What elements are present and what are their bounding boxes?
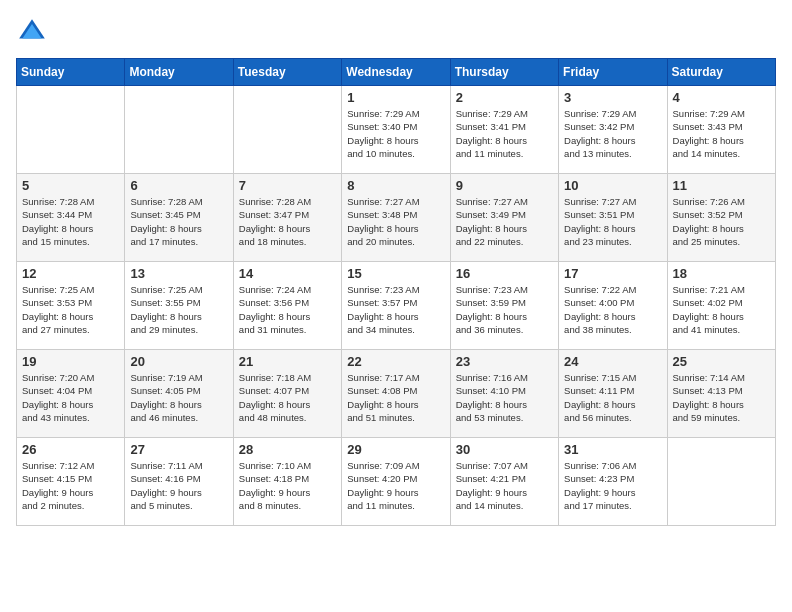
calendar-cell: 12Sunrise: 7:25 AM Sunset: 3:53 PM Dayli… bbox=[17, 262, 125, 350]
calendar-cell: 23Sunrise: 7:16 AM Sunset: 4:10 PM Dayli… bbox=[450, 350, 558, 438]
day-number: 16 bbox=[456, 266, 553, 281]
day-number: 19 bbox=[22, 354, 119, 369]
day-detail: Sunrise: 7:15 AM Sunset: 4:11 PM Dayligh… bbox=[564, 371, 661, 424]
day-detail: Sunrise: 7:12 AM Sunset: 4:15 PM Dayligh… bbox=[22, 459, 119, 512]
calendar-cell: 14Sunrise: 7:24 AM Sunset: 3:56 PM Dayli… bbox=[233, 262, 341, 350]
week-row-4: 19Sunrise: 7:20 AM Sunset: 4:04 PM Dayli… bbox=[17, 350, 776, 438]
weekday-header-friday: Friday bbox=[559, 59, 667, 86]
day-number: 8 bbox=[347, 178, 444, 193]
calendar-cell: 22Sunrise: 7:17 AM Sunset: 4:08 PM Dayli… bbox=[342, 350, 450, 438]
weekday-header-row: SundayMondayTuesdayWednesdayThursdayFrid… bbox=[17, 59, 776, 86]
day-detail: Sunrise: 7:18 AM Sunset: 4:07 PM Dayligh… bbox=[239, 371, 336, 424]
day-number: 15 bbox=[347, 266, 444, 281]
day-detail: Sunrise: 7:22 AM Sunset: 4:00 PM Dayligh… bbox=[564, 283, 661, 336]
day-number: 2 bbox=[456, 90, 553, 105]
weekday-header-monday: Monday bbox=[125, 59, 233, 86]
calendar-cell: 9Sunrise: 7:27 AM Sunset: 3:49 PM Daylig… bbox=[450, 174, 558, 262]
weekday-header-wednesday: Wednesday bbox=[342, 59, 450, 86]
day-number: 23 bbox=[456, 354, 553, 369]
day-number: 29 bbox=[347, 442, 444, 457]
day-detail: Sunrise: 7:29 AM Sunset: 3:42 PM Dayligh… bbox=[564, 107, 661, 160]
week-row-5: 26Sunrise: 7:12 AM Sunset: 4:15 PM Dayli… bbox=[17, 438, 776, 526]
weekday-header-thursday: Thursday bbox=[450, 59, 558, 86]
day-detail: Sunrise: 7:29 AM Sunset: 3:43 PM Dayligh… bbox=[673, 107, 770, 160]
day-number: 1 bbox=[347, 90, 444, 105]
weekday-header-saturday: Saturday bbox=[667, 59, 775, 86]
calendar-cell: 10Sunrise: 7:27 AM Sunset: 3:51 PM Dayli… bbox=[559, 174, 667, 262]
calendar-cell: 6Sunrise: 7:28 AM Sunset: 3:45 PM Daylig… bbox=[125, 174, 233, 262]
day-detail: Sunrise: 7:20 AM Sunset: 4:04 PM Dayligh… bbox=[22, 371, 119, 424]
week-row-1: 1Sunrise: 7:29 AM Sunset: 3:40 PM Daylig… bbox=[17, 86, 776, 174]
calendar-cell bbox=[17, 86, 125, 174]
calendar-cell: 28Sunrise: 7:10 AM Sunset: 4:18 PM Dayli… bbox=[233, 438, 341, 526]
calendar-cell: 19Sunrise: 7:20 AM Sunset: 4:04 PM Dayli… bbox=[17, 350, 125, 438]
day-number: 14 bbox=[239, 266, 336, 281]
calendar-cell: 24Sunrise: 7:15 AM Sunset: 4:11 PM Dayli… bbox=[559, 350, 667, 438]
calendar-cell: 20Sunrise: 7:19 AM Sunset: 4:05 PM Dayli… bbox=[125, 350, 233, 438]
calendar-cell: 26Sunrise: 7:12 AM Sunset: 4:15 PM Dayli… bbox=[17, 438, 125, 526]
day-detail: Sunrise: 7:11 AM Sunset: 4:16 PM Dayligh… bbox=[130, 459, 227, 512]
day-number: 21 bbox=[239, 354, 336, 369]
calendar-cell: 4Sunrise: 7:29 AM Sunset: 3:43 PM Daylig… bbox=[667, 86, 775, 174]
calendar-cell: 17Sunrise: 7:22 AM Sunset: 4:00 PM Dayli… bbox=[559, 262, 667, 350]
day-detail: Sunrise: 7:10 AM Sunset: 4:18 PM Dayligh… bbox=[239, 459, 336, 512]
day-number: 27 bbox=[130, 442, 227, 457]
calendar-cell: 3Sunrise: 7:29 AM Sunset: 3:42 PM Daylig… bbox=[559, 86, 667, 174]
calendar-cell: 7Sunrise: 7:28 AM Sunset: 3:47 PM Daylig… bbox=[233, 174, 341, 262]
day-detail: Sunrise: 7:14 AM Sunset: 4:13 PM Dayligh… bbox=[673, 371, 770, 424]
calendar-cell: 2Sunrise: 7:29 AM Sunset: 3:41 PM Daylig… bbox=[450, 86, 558, 174]
day-number: 26 bbox=[22, 442, 119, 457]
calendar-cell: 25Sunrise: 7:14 AM Sunset: 4:13 PM Dayli… bbox=[667, 350, 775, 438]
day-detail: Sunrise: 7:28 AM Sunset: 3:44 PM Dayligh… bbox=[22, 195, 119, 248]
day-number: 13 bbox=[130, 266, 227, 281]
weekday-header-sunday: Sunday bbox=[17, 59, 125, 86]
day-number: 3 bbox=[564, 90, 661, 105]
calendar-cell: 1Sunrise: 7:29 AM Sunset: 3:40 PM Daylig… bbox=[342, 86, 450, 174]
day-detail: Sunrise: 7:23 AM Sunset: 3:59 PM Dayligh… bbox=[456, 283, 553, 336]
calendar-cell: 13Sunrise: 7:25 AM Sunset: 3:55 PM Dayli… bbox=[125, 262, 233, 350]
day-detail: Sunrise: 7:29 AM Sunset: 3:41 PM Dayligh… bbox=[456, 107, 553, 160]
day-number: 5 bbox=[22, 178, 119, 193]
calendar-cell: 29Sunrise: 7:09 AM Sunset: 4:20 PM Dayli… bbox=[342, 438, 450, 526]
day-detail: Sunrise: 7:19 AM Sunset: 4:05 PM Dayligh… bbox=[130, 371, 227, 424]
calendar-cell: 31Sunrise: 7:06 AM Sunset: 4:23 PM Dayli… bbox=[559, 438, 667, 526]
day-detail: Sunrise: 7:21 AM Sunset: 4:02 PM Dayligh… bbox=[673, 283, 770, 336]
logo bbox=[16, 16, 52, 48]
day-detail: Sunrise: 7:25 AM Sunset: 3:55 PM Dayligh… bbox=[130, 283, 227, 336]
day-detail: Sunrise: 7:17 AM Sunset: 4:08 PM Dayligh… bbox=[347, 371, 444, 424]
calendar-cell: 8Sunrise: 7:27 AM Sunset: 3:48 PM Daylig… bbox=[342, 174, 450, 262]
day-detail: Sunrise: 7:06 AM Sunset: 4:23 PM Dayligh… bbox=[564, 459, 661, 512]
day-number: 9 bbox=[456, 178, 553, 193]
day-number: 20 bbox=[130, 354, 227, 369]
day-number: 24 bbox=[564, 354, 661, 369]
calendar-cell: 15Sunrise: 7:23 AM Sunset: 3:57 PM Dayli… bbox=[342, 262, 450, 350]
day-number: 17 bbox=[564, 266, 661, 281]
day-detail: Sunrise: 7:28 AM Sunset: 3:47 PM Dayligh… bbox=[239, 195, 336, 248]
day-number: 11 bbox=[673, 178, 770, 193]
calendar-cell: 5Sunrise: 7:28 AM Sunset: 3:44 PM Daylig… bbox=[17, 174, 125, 262]
day-detail: Sunrise: 7:26 AM Sunset: 3:52 PM Dayligh… bbox=[673, 195, 770, 248]
day-number: 30 bbox=[456, 442, 553, 457]
day-number: 10 bbox=[564, 178, 661, 193]
day-number: 6 bbox=[130, 178, 227, 193]
logo-icon bbox=[16, 16, 48, 48]
day-detail: Sunrise: 7:27 AM Sunset: 3:51 PM Dayligh… bbox=[564, 195, 661, 248]
day-detail: Sunrise: 7:07 AM Sunset: 4:21 PM Dayligh… bbox=[456, 459, 553, 512]
calendar-cell bbox=[233, 86, 341, 174]
day-detail: Sunrise: 7:25 AM Sunset: 3:53 PM Dayligh… bbox=[22, 283, 119, 336]
day-detail: Sunrise: 7:27 AM Sunset: 3:48 PM Dayligh… bbox=[347, 195, 444, 248]
day-number: 4 bbox=[673, 90, 770, 105]
week-row-2: 5Sunrise: 7:28 AM Sunset: 3:44 PM Daylig… bbox=[17, 174, 776, 262]
day-detail: Sunrise: 7:27 AM Sunset: 3:49 PM Dayligh… bbox=[456, 195, 553, 248]
day-detail: Sunrise: 7:16 AM Sunset: 4:10 PM Dayligh… bbox=[456, 371, 553, 424]
calendar-cell: 30Sunrise: 7:07 AM Sunset: 4:21 PM Dayli… bbox=[450, 438, 558, 526]
calendar-cell bbox=[667, 438, 775, 526]
calendar-cell: 27Sunrise: 7:11 AM Sunset: 4:16 PM Dayli… bbox=[125, 438, 233, 526]
calendar-cell: 18Sunrise: 7:21 AM Sunset: 4:02 PM Dayli… bbox=[667, 262, 775, 350]
day-number: 12 bbox=[22, 266, 119, 281]
day-detail: Sunrise: 7:09 AM Sunset: 4:20 PM Dayligh… bbox=[347, 459, 444, 512]
day-number: 31 bbox=[564, 442, 661, 457]
day-detail: Sunrise: 7:24 AM Sunset: 3:56 PM Dayligh… bbox=[239, 283, 336, 336]
calendar-cell: 11Sunrise: 7:26 AM Sunset: 3:52 PM Dayli… bbox=[667, 174, 775, 262]
day-detail: Sunrise: 7:28 AM Sunset: 3:45 PM Dayligh… bbox=[130, 195, 227, 248]
